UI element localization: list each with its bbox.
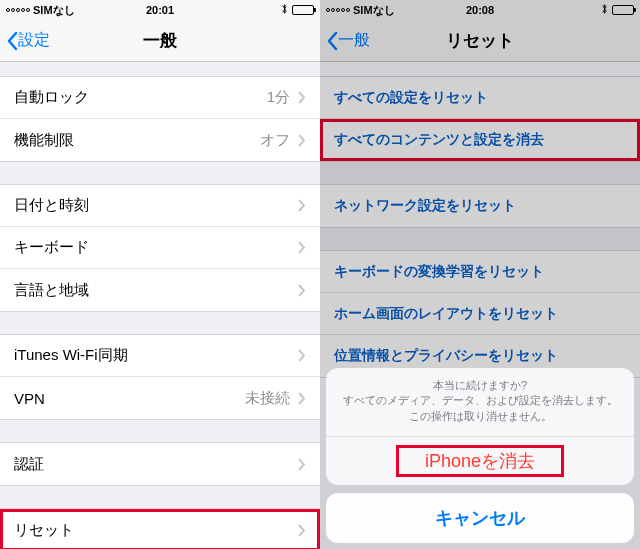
chevron-right-icon — [298, 91, 306, 104]
status-time: 20:08 — [320, 4, 640, 16]
nav-title: 一般 — [0, 29, 320, 52]
nav-bar: 一般 リセット — [320, 20, 640, 62]
row-date-time[interactable]: 日付と時刻 — [0, 185, 320, 227]
chevron-right-icon — [298, 134, 306, 147]
row-restrictions[interactable]: 機能制限 オフ — [0, 119, 320, 161]
action-sheet: 本当に続けますか? すべてのメディア、データ、および設定を消去します。この操作は… — [320, 362, 640, 549]
row-keyboard[interactable]: キーボード — [0, 227, 320, 269]
reset-list[interactable]: すべての設定をリセット すべてのコンテンツと設定を消去 ネットワーク設定をリセッ… — [320, 76, 640, 378]
status-bar: SIMなし 20:08 — [320, 0, 640, 20]
settings-list[interactable]: 自動ロック 1分 機能制限 オフ 日付と時刻 キーボード 言語と地域 — [0, 76, 320, 549]
status-time: 20:01 — [0, 4, 320, 16]
battery-icon — [292, 5, 314, 15]
row-language-region[interactable]: 言語と地域 — [0, 269, 320, 311]
row-reset-home-layout[interactable]: ホーム画面のレイアウトをリセット — [320, 293, 640, 335]
row-auth[interactable]: 認証 — [0, 443, 320, 485]
chevron-right-icon — [298, 284, 306, 297]
row-auto-lock[interactable]: 自動ロック 1分 — [0, 77, 320, 119]
chevron-right-icon — [298, 524, 306, 537]
row-itunes-wifi-sync[interactable]: iTunes Wi-Fi同期 — [0, 335, 320, 377]
chevron-right-icon — [298, 241, 306, 254]
chevron-right-icon — [298, 199, 306, 212]
battery-icon — [612, 5, 634, 15]
row-erase-all-content[interactable]: すべてのコンテンツと設定を消去 — [320, 119, 640, 161]
chevron-right-icon — [298, 458, 306, 471]
nav-title: リセット — [320, 29, 640, 52]
chevron-right-icon — [298, 349, 306, 362]
chevron-right-icon — [298, 392, 306, 405]
row-reset-keyboard-dict[interactable]: キーボードの変換学習をリセット — [320, 251, 640, 293]
reset-screen: SIMなし 20:08 一般 リセット すべての設定をリセット すべてのコンテン… — [320, 0, 640, 549]
row-reset[interactable]: リセット — [0, 509, 320, 549]
general-settings-screen: SIMなし 20:01 設定 一般 自動ロック 1分 機能制限 オフ — [0, 0, 320, 549]
status-bar: SIMなし 20:01 — [0, 0, 320, 20]
row-reset-network[interactable]: ネットワーク設定をリセット — [320, 185, 640, 227]
sheet-message: 本当に続けますか? すべてのメディア、データ、および設定を消去します。この操作は… — [326, 368, 634, 437]
cancel-button[interactable]: キャンセル — [326, 493, 634, 543]
row-vpn[interactable]: VPN 未接続 — [0, 377, 320, 419]
row-reset-all-settings[interactable]: すべての設定をリセット — [320, 77, 640, 119]
erase-iphone-button[interactable]: iPhoneを消去 — [326, 437, 634, 485]
nav-bar: 設定 一般 — [0, 20, 320, 62]
